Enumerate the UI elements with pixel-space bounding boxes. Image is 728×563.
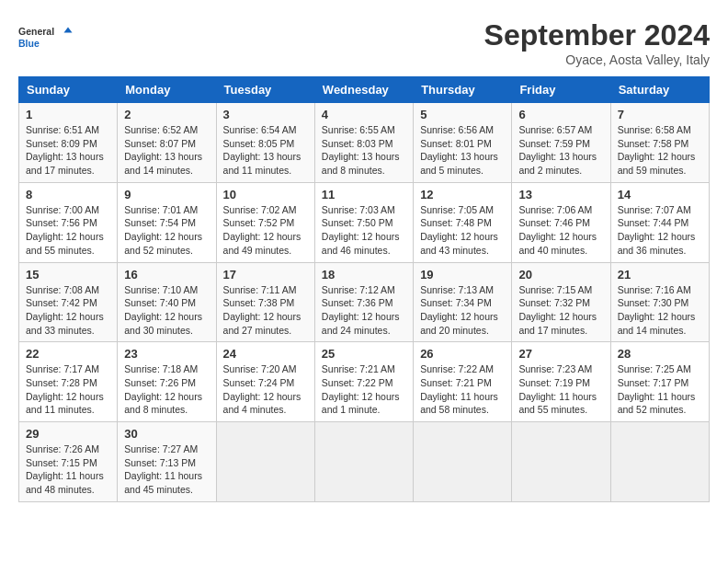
header-wednesday: Wednesday [314,77,413,103]
week-row-5: 29 Sunrise: 7:26 AMSunset: 7:15 PMDaylig… [19,422,710,502]
day-cell-16: 16 Sunrise: 7:10 AMSunset: 7:40 PMDaylig… [118,262,216,342]
day-cell-6: 6 Sunrise: 6:57 AMSunset: 7:59 PMDayligh… [512,103,610,183]
day-cell-5: 5 Sunrise: 6:56 AMSunset: 8:01 PMDayligh… [414,103,512,183]
day-cell-empty-4 [512,422,610,502]
svg-marker-2 [64,28,73,33]
calendar-header-row: Sunday Monday Tuesday Wednesday Thursday… [19,77,710,103]
day-cell-empty-1 [216,422,314,502]
day-cell-11: 11 Sunrise: 7:03 AMSunset: 7:50 PMDaylig… [314,182,413,262]
week-row-1: 1 Sunrise: 6:51 AMSunset: 8:09 PMDayligh… [19,103,710,183]
day-cell-10: 10 Sunrise: 7:02 AMSunset: 7:52 PMDaylig… [216,182,314,262]
day-cell-23: 23 Sunrise: 7:18 AMSunset: 7:26 PMDaylig… [118,342,216,422]
day-cell-22: 22 Sunrise: 7:17 AMSunset: 7:28 PMDaylig… [19,342,118,422]
week-row-2: 8 Sunrise: 7:00 AMSunset: 7:56 PMDayligh… [19,182,710,262]
day-cell-28: 28 Sunrise: 7:25 AMSunset: 7:17 PMDaylig… [610,342,709,422]
location: Oyace, Aosta Valley, Italy [484,52,710,67]
day-cell-4: 4 Sunrise: 6:55 AMSunset: 8:03 PMDayligh… [314,103,413,183]
day-cell-29: 29 Sunrise: 7:26 AMSunset: 7:15 PMDaylig… [19,422,118,502]
month-title: September 2024 [484,18,710,52]
title-block: September 2024 Oyace, Aosta Valley, Ital… [484,18,710,67]
day-cell-20: 20 Sunrise: 7:15 AMSunset: 7:32 PMDaylig… [512,262,610,342]
week-row-3: 15 Sunrise: 7:08 AMSunset: 7:42 PMDaylig… [19,262,710,342]
header-monday: Monday [118,77,216,103]
header-friday: Friday [512,77,610,103]
day-cell-26: 26 Sunrise: 7:22 AMSunset: 7:21 PMDaylig… [414,342,512,422]
day-cell-30: 30 Sunrise: 7:27 AMSunset: 7:13 PMDaylig… [118,422,216,502]
logo: General Blue [18,18,74,55]
day-cell-9: 9 Sunrise: 7:01 AMSunset: 7:54 PMDayligh… [118,182,216,262]
calendar-table: Sunday Monday Tuesday Wednesday Thursday… [18,76,710,502]
day-cell-27: 27 Sunrise: 7:23 AMSunset: 7:19 PMDaylig… [512,342,610,422]
day-cell-14: 14 Sunrise: 7:07 AMSunset: 7:44 PMDaylig… [610,182,709,262]
day-cell-13: 13 Sunrise: 7:06 AMSunset: 7:46 PMDaylig… [512,182,610,262]
day-cell-empty-3 [414,422,512,502]
week-row-4: 22 Sunrise: 7:17 AMSunset: 7:28 PMDaylig… [19,342,710,422]
day-cell-2: 2 Sunrise: 6:52 AMSunset: 8:07 PMDayligh… [118,103,216,183]
svg-text:Blue: Blue [18,38,40,49]
svg-text:General: General [18,26,54,37]
header-sunday: Sunday [19,77,118,103]
page-header: General Blue September 2024 Oyace, Aosta… [18,18,710,67]
day-cell-19: 19 Sunrise: 7:13 AMSunset: 7:34 PMDaylig… [414,262,512,342]
day-cell-empty-2 [314,422,413,502]
day-cell-17: 17 Sunrise: 7:11 AMSunset: 7:38 PMDaylig… [216,262,314,342]
day-cell-8: 8 Sunrise: 7:00 AMSunset: 7:56 PMDayligh… [19,182,118,262]
header-thursday: Thursday [414,77,512,103]
day-cell-1: 1 Sunrise: 6:51 AMSunset: 8:09 PMDayligh… [19,103,118,183]
day-cell-24: 24 Sunrise: 7:20 AMSunset: 7:24 PMDaylig… [216,342,314,422]
day-cell-3: 3 Sunrise: 6:54 AMSunset: 8:05 PMDayligh… [216,103,314,183]
day-cell-7: 7 Sunrise: 6:58 AMSunset: 7:58 PMDayligh… [610,103,709,183]
day-cell-21: 21 Sunrise: 7:16 AMSunset: 7:30 PMDaylig… [610,262,709,342]
day-cell-empty-5 [610,422,709,502]
day-cell-18: 18 Sunrise: 7:12 AMSunset: 7:36 PMDaylig… [314,262,413,342]
header-saturday: Saturday [610,77,709,103]
header-tuesday: Tuesday [216,77,314,103]
day-cell-25: 25 Sunrise: 7:21 AMSunset: 7:22 PMDaylig… [314,342,413,422]
logo-icon: General Blue [18,18,74,55]
day-cell-15: 15 Sunrise: 7:08 AMSunset: 7:42 PMDaylig… [19,262,118,342]
day-cell-12: 12 Sunrise: 7:05 AMSunset: 7:48 PMDaylig… [414,182,512,262]
